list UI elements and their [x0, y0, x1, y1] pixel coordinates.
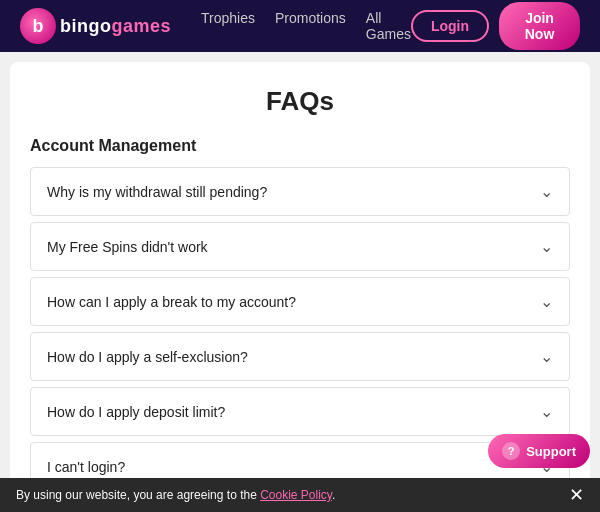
header: b bingogames Trophies Promotions All Gam… [0, 0, 600, 52]
faq-question-5: I can't login? [47, 459, 125, 475]
faq-question-2: How can I apply a break to my account? [47, 294, 296, 310]
nav-trophies[interactable]: Trophies [201, 10, 255, 42]
faq-question-1: My Free Spins didn't work [47, 239, 208, 255]
cookie-text: By using our website, you are agreeing t… [16, 488, 335, 502]
faq-question-4: How do I apply deposit limit? [47, 404, 225, 420]
chevron-down-icon-3: ⌄ [540, 347, 553, 366]
faq-item-3[interactable]: How do I apply a self-exclusion? ⌄ [30, 332, 570, 381]
faq-item-1[interactable]: My Free Spins didn't work ⌄ [30, 222, 570, 271]
cookie-policy-link[interactable]: Cookie Policy [260, 488, 332, 502]
nav-promotions[interactable]: Promotions [275, 10, 346, 42]
faq-item-4[interactable]: How do I apply deposit limit? ⌄ [30, 387, 570, 436]
logo-icon: b [20, 8, 56, 44]
nav-all-games[interactable]: All Games [366, 10, 411, 42]
faq-item-0[interactable]: Why is my withdrawal still pending? ⌄ [30, 167, 570, 216]
chevron-down-icon-4: ⌄ [540, 402, 553, 421]
cookie-close-button[interactable]: ✕ [569, 486, 584, 504]
chevron-down-icon-2: ⌄ [540, 292, 553, 311]
login-button[interactable]: Login [411, 10, 489, 42]
main-nav: Trophies Promotions All Games [201, 10, 411, 42]
logo[interactable]: b bingogames [20, 8, 171, 44]
chevron-down-icon-0: ⌄ [540, 182, 553, 201]
header-buttons: Login Join Now [411, 2, 580, 50]
cookie-banner: By using our website, you are agreeing t… [0, 478, 600, 512]
support-button[interactable]: ? Support [488, 434, 590, 468]
join-button[interactable]: Join Now [499, 2, 580, 50]
section-title: Account Management [30, 137, 570, 155]
faq-question-0: Why is my withdrawal still pending? [47, 184, 267, 200]
page-title: FAQs [30, 86, 570, 117]
chevron-down-icon-1: ⌄ [540, 237, 553, 256]
support-label: Support [526, 444, 576, 459]
faq-question-3: How do I apply a self-exclusion? [47, 349, 248, 365]
logo-text: bingogames [60, 16, 171, 37]
support-icon: ? [502, 442, 520, 460]
faq-item-2[interactable]: How can I apply a break to my account? ⌄ [30, 277, 570, 326]
